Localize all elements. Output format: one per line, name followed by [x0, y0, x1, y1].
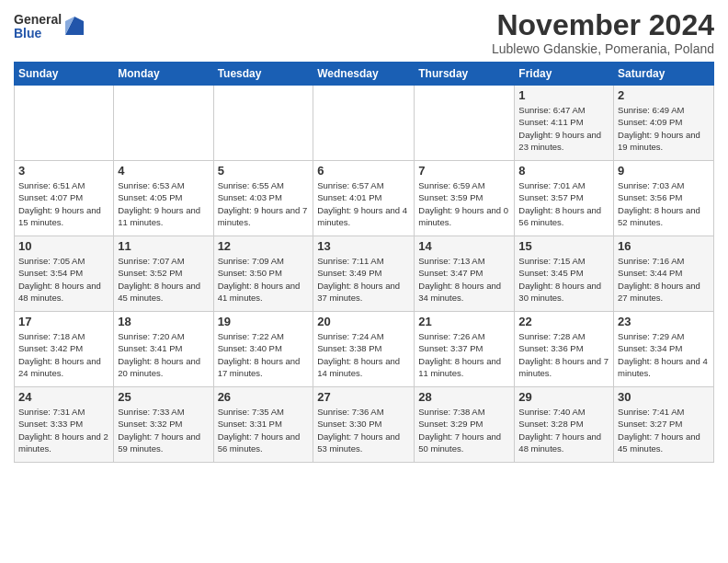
day-number: 20	[317, 315, 410, 328]
day-number: 27	[317, 390, 410, 404]
day-info: Sunrise: 7:16 AM Sunset: 3:44 PM Dayligh…	[618, 255, 710, 304]
header: General Blue November 2024 Lublewo Gdans…	[14, 9, 714, 56]
day-info: Sunrise: 7:07 AM Sunset: 3:52 PM Dayligh…	[118, 255, 209, 304]
calendar-cell: 27Sunrise: 7:36 AM Sunset: 3:30 PM Dayli…	[313, 387, 415, 463]
calendar-cell: 7Sunrise: 6:59 AM Sunset: 3:59 PM Daylig…	[415, 161, 515, 236]
day-number: 19	[218, 315, 310, 328]
day-number: 10	[18, 239, 109, 253]
day-info: Sunrise: 7:22 AM Sunset: 3:40 PM Dayligh…	[218, 330, 310, 379]
calendar-header-row: Sunday Monday Tuesday Wednesday Thursday…	[15, 63, 714, 86]
day-info: Sunrise: 7:05 AM Sunset: 3:54 PM Dayligh…	[18, 255, 109, 304]
day-info: Sunrise: 7:28 AM Sunset: 3:36 PM Dayligh…	[518, 330, 609, 379]
col-monday: Monday	[114, 63, 213, 86]
calendar-cell: 16Sunrise: 7:16 AM Sunset: 3:44 PM Dayli…	[614, 236, 714, 312]
col-friday: Friday	[515, 63, 614, 86]
day-info: Sunrise: 7:01 AM Sunset: 3:57 PM Dayligh…	[518, 179, 609, 228]
day-number: 13	[317, 239, 410, 253]
calendar-week-1: 3Sunrise: 6:51 AM Sunset: 4:07 PM Daylig…	[15, 161, 714, 236]
day-number: 4	[118, 164, 209, 178]
day-number: 7	[418, 164, 510, 178]
day-info: Sunrise: 7:15 AM Sunset: 3:45 PM Dayligh…	[518, 255, 609, 304]
calendar-cell	[415, 86, 515, 161]
page: General Blue November 2024 Lublewo Gdans…	[0, 0, 728, 563]
day-number: 3	[18, 164, 109, 178]
calendar-cell: 17Sunrise: 7:18 AM Sunset: 3:42 PM Dayli…	[15, 312, 114, 387]
day-number: 21	[418, 315, 510, 328]
col-tuesday: Tuesday	[213, 63, 313, 86]
calendar-cell	[313, 86, 415, 161]
day-info: Sunrise: 7:41 AM Sunset: 3:27 PM Dayligh…	[618, 406, 710, 454]
day-info: Sunrise: 7:33 AM Sunset: 3:32 PM Dayligh…	[118, 406, 209, 454]
logo-text: General Blue	[14, 13, 62, 41]
day-number: 14	[418, 239, 510, 253]
day-info: Sunrise: 7:38 AM Sunset: 3:29 PM Dayligh…	[418, 406, 510, 454]
calendar-cell: 4Sunrise: 6:53 AM Sunset: 4:05 PM Daylig…	[114, 161, 213, 236]
day-number: 8	[518, 164, 609, 178]
calendar-cell: 29Sunrise: 7:40 AM Sunset: 3:28 PM Dayli…	[515, 387, 614, 463]
calendar-cell	[213, 86, 313, 161]
logo-icon	[65, 17, 84, 35]
calendar-cell: 18Sunrise: 7:20 AM Sunset: 3:41 PM Dayli…	[114, 312, 213, 387]
calendar-week-2: 10Sunrise: 7:05 AM Sunset: 3:54 PM Dayli…	[15, 236, 714, 312]
day-number: 11	[118, 239, 209, 253]
calendar-cell: 19Sunrise: 7:22 AM Sunset: 3:40 PM Dayli…	[213, 312, 313, 387]
calendar-cell: 24Sunrise: 7:31 AM Sunset: 3:33 PM Dayli…	[15, 387, 114, 463]
title-block: November 2024 Lublewo Gdanskie, Pomerani…	[492, 9, 714, 56]
calendar-cell: 1Sunrise: 6:47 AM Sunset: 4:11 PM Daylig…	[515, 86, 614, 161]
day-number: 23	[618, 315, 710, 328]
day-number: 25	[118, 390, 209, 404]
col-saturday: Saturday	[614, 63, 714, 86]
calendar-cell: 15Sunrise: 7:15 AM Sunset: 3:45 PM Dayli…	[515, 236, 614, 312]
day-number: 1	[518, 88, 609, 102]
calendar-cell: 12Sunrise: 7:09 AM Sunset: 3:50 PM Dayli…	[213, 236, 313, 312]
day-number: 17	[18, 315, 109, 328]
calendar-cell: 21Sunrise: 7:26 AM Sunset: 3:37 PM Dayli…	[415, 312, 515, 387]
calendar-cell: 23Sunrise: 7:29 AM Sunset: 3:34 PM Dayli…	[614, 312, 714, 387]
month-title: November 2024	[492, 9, 714, 41]
calendar-cell: 26Sunrise: 7:35 AM Sunset: 3:31 PM Dayli…	[213, 387, 313, 463]
calendar: Sunday Monday Tuesday Wednesday Thursday…	[14, 62, 714, 463]
day-number: 24	[18, 390, 109, 404]
calendar-cell	[15, 86, 114, 161]
day-info: Sunrise: 7:20 AM Sunset: 3:41 PM Dayligh…	[118, 330, 209, 379]
day-info: Sunrise: 6:51 AM Sunset: 4:07 PM Dayligh…	[18, 179, 109, 228]
day-number: 29	[518, 390, 609, 404]
day-number: 15	[518, 239, 609, 253]
day-info: Sunrise: 6:49 AM Sunset: 4:09 PM Dayligh…	[618, 104, 710, 153]
col-wednesday: Wednesday	[313, 63, 415, 86]
day-number: 26	[218, 390, 310, 404]
calendar-week-4: 24Sunrise: 7:31 AM Sunset: 3:33 PM Dayli…	[15, 387, 714, 463]
day-info: Sunrise: 7:03 AM Sunset: 3:56 PM Dayligh…	[618, 179, 710, 228]
calendar-cell: 11Sunrise: 7:07 AM Sunset: 3:52 PM Dayli…	[114, 236, 213, 312]
calendar-cell: 8Sunrise: 7:01 AM Sunset: 3:57 PM Daylig…	[515, 161, 614, 236]
day-info: Sunrise: 7:35 AM Sunset: 3:31 PM Dayligh…	[218, 406, 310, 454]
day-info: Sunrise: 6:59 AM Sunset: 3:59 PM Dayligh…	[418, 179, 510, 228]
day-info: Sunrise: 7:11 AM Sunset: 3:49 PM Dayligh…	[317, 255, 410, 304]
day-number: 12	[218, 239, 310, 253]
day-number: 9	[618, 164, 710, 178]
day-info: Sunrise: 7:31 AM Sunset: 3:33 PM Dayligh…	[18, 406, 109, 454]
day-info: Sunrise: 7:29 AM Sunset: 3:34 PM Dayligh…	[618, 330, 710, 379]
day-info: Sunrise: 6:53 AM Sunset: 4:05 PM Dayligh…	[118, 179, 209, 228]
day-info: Sunrise: 7:40 AM Sunset: 3:28 PM Dayligh…	[518, 406, 609, 454]
day-number: 22	[518, 315, 609, 328]
calendar-cell: 30Sunrise: 7:41 AM Sunset: 3:27 PM Dayli…	[614, 387, 714, 463]
calendar-cell: 13Sunrise: 7:11 AM Sunset: 3:49 PM Dayli…	[313, 236, 415, 312]
calendar-cell: 9Sunrise: 7:03 AM Sunset: 3:56 PM Daylig…	[614, 161, 714, 236]
calendar-week-0: 1Sunrise: 6:47 AM Sunset: 4:11 PM Daylig…	[15, 86, 714, 161]
day-number: 28	[418, 390, 510, 404]
day-info: Sunrise: 7:24 AM Sunset: 3:38 PM Dayligh…	[317, 330, 410, 379]
logo-blue: Blue	[14, 27, 62, 40]
col-thursday: Thursday	[415, 63, 515, 86]
day-number: 16	[618, 239, 710, 253]
day-info: Sunrise: 7:09 AM Sunset: 3:50 PM Dayligh…	[218, 255, 310, 304]
day-number: 2	[618, 88, 710, 102]
calendar-cell: 6Sunrise: 6:57 AM Sunset: 4:01 PM Daylig…	[313, 161, 415, 236]
day-info: Sunrise: 6:57 AM Sunset: 4:01 PM Dayligh…	[317, 179, 410, 228]
calendar-cell: 20Sunrise: 7:24 AM Sunset: 3:38 PM Dayli…	[313, 312, 415, 387]
day-number: 6	[317, 164, 410, 178]
day-info: Sunrise: 7:18 AM Sunset: 3:42 PM Dayligh…	[18, 330, 109, 379]
calendar-cell: 2Sunrise: 6:49 AM Sunset: 4:09 PM Daylig…	[614, 86, 714, 161]
calendar-week-3: 17Sunrise: 7:18 AM Sunset: 3:42 PM Dayli…	[15, 312, 714, 387]
day-number: 5	[218, 164, 310, 178]
